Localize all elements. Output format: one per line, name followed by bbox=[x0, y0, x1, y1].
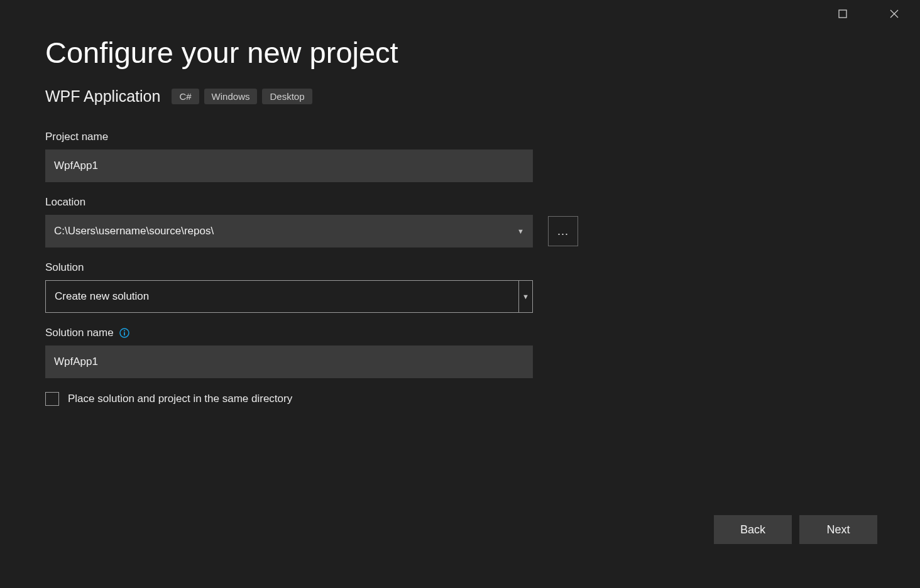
solution-label: Solution bbox=[45, 261, 875, 274]
location-label: Location bbox=[45, 196, 875, 209]
location-input[interactable] bbox=[54, 225, 512, 237]
template-tag: Desktop bbox=[262, 89, 312, 104]
location-group: Location ▼ ... bbox=[45, 196, 875, 248]
solution-select-value: Create new solution bbox=[46, 281, 518, 312]
same-directory-checkbox[interactable] bbox=[45, 392, 59, 406]
next-button[interactable]: Next bbox=[799, 515, 877, 544]
same-directory-label: Place solution and project in the same d… bbox=[68, 393, 292, 405]
same-directory-row: Place solution and project in the same d… bbox=[45, 392, 875, 406]
template-name: WPF Application bbox=[45, 87, 160, 106]
solution-select[interactable]: Create new solution ▼ bbox=[45, 280, 533, 313]
project-name-group: Project name bbox=[45, 131, 875, 182]
project-name-input[interactable] bbox=[45, 150, 533, 182]
browse-button[interactable]: ... bbox=[548, 216, 578, 246]
info-icon[interactable] bbox=[119, 327, 130, 339]
maximize-icon bbox=[838, 9, 847, 18]
template-tag: Windows bbox=[204, 89, 258, 104]
svg-rect-5 bbox=[124, 332, 125, 335]
template-tags: C# Windows Desktop bbox=[172, 89, 312, 104]
page-title: Configure your new project bbox=[45, 35, 875, 70]
chevron-down-icon: ▼ bbox=[518, 281, 532, 312]
solution-name-group: Solution name bbox=[45, 327, 875, 378]
template-tag: C# bbox=[172, 89, 199, 104]
close-icon bbox=[890, 9, 899, 18]
back-button[interactable]: Back bbox=[714, 515, 792, 544]
maximize-button[interactable] bbox=[828, 4, 857, 23]
solution-name-input[interactable] bbox=[45, 346, 533, 378]
project-name-label: Project name bbox=[45, 131, 875, 143]
close-button[interactable] bbox=[880, 4, 909, 23]
location-combobox[interactable]: ▼ bbox=[45, 215, 533, 248]
svg-point-4 bbox=[124, 330, 125, 331]
solution-name-label: Solution name bbox=[45, 327, 114, 339]
svg-rect-0 bbox=[839, 10, 846, 18]
chevron-down-icon: ▼ bbox=[517, 227, 524, 235]
solution-group: Solution Create new solution ▼ bbox=[45, 261, 875, 313]
footer-buttons: Back Next bbox=[714, 515, 877, 544]
template-row: WPF Application C# Windows Desktop bbox=[45, 87, 875, 106]
